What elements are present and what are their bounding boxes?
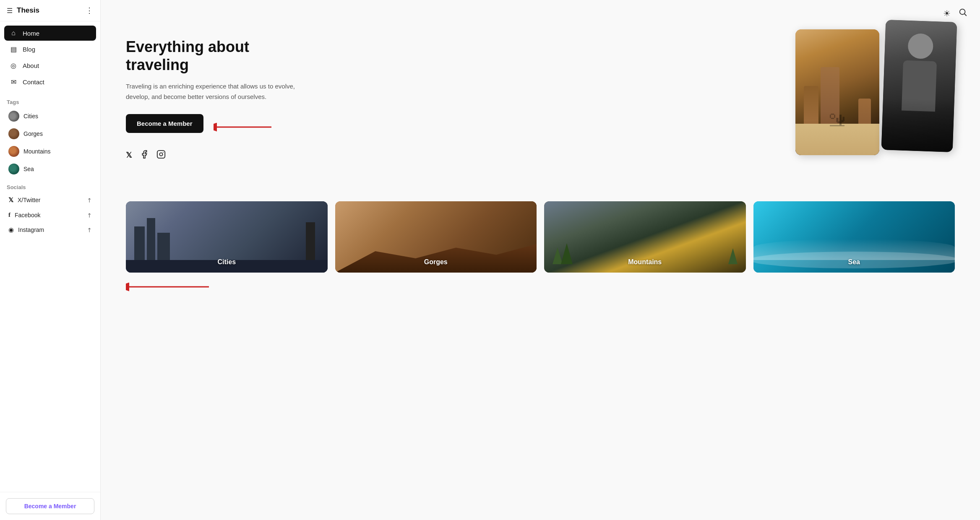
social-facebook[interactable]: f Facebook ↗ xyxy=(3,208,98,222)
social-twitter[interactable]: 𝕏 X/Twitter ↗ xyxy=(3,193,98,207)
category-mountains-label: Mountains xyxy=(544,258,746,266)
main-content: ☀ Everything about traveling Traveling i… xyxy=(101,0,980,520)
external-link-icon-fb: ↗ xyxy=(85,211,94,219)
home-icon: ⌂ xyxy=(9,29,18,37)
sidebar-item-home[interactable]: ⌂ Home xyxy=(4,26,96,41)
hero-image-person xyxy=(881,20,957,152)
category-card-mountains[interactable]: Mountains xyxy=(544,201,746,273)
hero-text: Everything about traveling Traveling is … xyxy=(126,21,310,161)
socials-section-label: Socials xyxy=(0,178,100,193)
sidebar-item-about[interactable]: ◎ About xyxy=(4,58,96,73)
hero-image-desert xyxy=(795,29,879,155)
tag-gorges[interactable]: Gorges xyxy=(3,125,98,142)
twitter-icon: 𝕏 xyxy=(8,196,13,204)
theme-toggle-icon[interactable]: ☀ xyxy=(943,8,951,18)
arrow-annotation xyxy=(214,121,272,135)
categories-grid: Cities Gorges Mountains xyxy=(126,201,955,273)
hero-images xyxy=(795,21,955,172)
facebook-icon: f xyxy=(8,211,10,218)
tag-gorges-label: Gorges xyxy=(23,130,43,137)
sidebar-item-blog[interactable]: ▤ Blog xyxy=(4,42,96,57)
socials-list: 𝕏 X/Twitter ↗ f Facebook ↗ ◉ Instagram ↗ xyxy=(0,193,100,238)
category-card-gorges[interactable]: Gorges xyxy=(335,201,537,273)
sidebar-nav: ⌂ Home ▤ Blog ◎ About ✉ Contact xyxy=(0,21,100,93)
sidebar: ☰ Thesis ⋮ ⌂ Home ▤ Blog ◎ About ✉ Conta… xyxy=(0,0,101,520)
sidebar-title: Thesis xyxy=(17,6,39,15)
sidebar-more-icon[interactable]: ⋮ xyxy=(86,6,94,15)
tags-list: Cities Gorges Mountains Sea xyxy=(0,108,100,178)
tag-avatar-gorges xyxy=(8,128,19,139)
svg-point-6 xyxy=(163,152,164,153)
social-twitter-label: X/Twitter xyxy=(18,197,40,203)
become-member-button[interactable]: Become a Member xyxy=(126,114,203,133)
social-instagram-label: Instagram xyxy=(18,226,44,233)
category-card-cities[interactable]: Cities xyxy=(126,201,328,273)
hero-instagram-icon[interactable] xyxy=(156,150,166,161)
external-link-icon: ↗ xyxy=(85,196,94,204)
blog-icon: ▤ xyxy=(9,45,18,53)
topbar-icons: ☀ xyxy=(943,8,967,19)
hero-twitter-icon[interactable]: 𝕏 xyxy=(126,151,132,160)
tag-avatar-cities xyxy=(8,111,19,122)
hero-socials: 𝕏 xyxy=(126,150,310,161)
svg-point-5 xyxy=(159,153,162,156)
sidebar-item-blog-label: Blog xyxy=(23,46,35,53)
external-link-icon-ig: ↗ xyxy=(85,226,94,234)
categories-section: Cities Gorges Mountains xyxy=(126,201,955,295)
social-facebook-left: f Facebook xyxy=(8,211,40,218)
search-icon[interactable] xyxy=(958,8,967,19)
tag-sea[interactable]: Sea xyxy=(3,161,98,177)
sidebar-header: ☰ Thesis ⋮ xyxy=(0,0,100,21)
category-sea-label: Sea xyxy=(753,258,955,266)
tag-cities-label: Cities xyxy=(23,113,38,120)
tag-sea-label: Sea xyxy=(23,166,34,172)
sidebar-title-group: ☰ Thesis xyxy=(7,6,39,15)
sidebar-item-about-label: About xyxy=(23,62,39,69)
tags-section-label: Tags xyxy=(0,93,100,108)
sidebar-become-member-button[interactable]: Become a Member xyxy=(6,498,94,514)
category-cities-label: Cities xyxy=(126,258,328,266)
tag-avatar-mountains xyxy=(8,146,19,157)
hamburger-icon[interactable]: ☰ xyxy=(7,7,13,15)
hero-title: Everything about traveling xyxy=(126,38,310,74)
social-instagram[interactable]: ◉ Instagram ↗ xyxy=(3,223,98,237)
social-instagram-left: ◉ Instagram xyxy=(8,226,44,234)
instagram-icon: ◉ xyxy=(8,226,14,234)
hero-facebook-icon[interactable] xyxy=(140,150,149,161)
svg-rect-4 xyxy=(157,151,165,158)
contact-icon: ✉ xyxy=(9,78,18,86)
svg-point-0 xyxy=(960,9,965,15)
bottom-arrow-annotation xyxy=(126,280,955,295)
bottom-arrow-icon xyxy=(126,280,210,295)
hero-section: Everything about traveling Traveling is … xyxy=(126,21,955,172)
about-icon: ◎ xyxy=(9,62,18,70)
category-card-sea[interactable]: Sea xyxy=(753,201,955,273)
category-gorges-label: Gorges xyxy=(335,258,537,266)
social-facebook-label: Facebook xyxy=(15,212,40,218)
sidebar-item-contact[interactable]: ✉ Contact xyxy=(4,74,96,90)
tag-mountains-label: Mountains xyxy=(23,148,51,155)
social-twitter-left: 𝕏 X/Twitter xyxy=(8,196,40,204)
svg-line-1 xyxy=(964,14,966,16)
sidebar-footer: Become a Member xyxy=(0,492,100,520)
tag-cities[interactable]: Cities xyxy=(3,108,98,125)
sidebar-item-contact-label: Contact xyxy=(23,78,44,86)
tag-avatar-sea xyxy=(8,164,19,174)
sidebar-item-home-label: Home xyxy=(23,30,39,37)
tag-mountains[interactable]: Mountains xyxy=(3,143,98,160)
hero-description: Traveling is an enriching experience tha… xyxy=(126,81,310,102)
